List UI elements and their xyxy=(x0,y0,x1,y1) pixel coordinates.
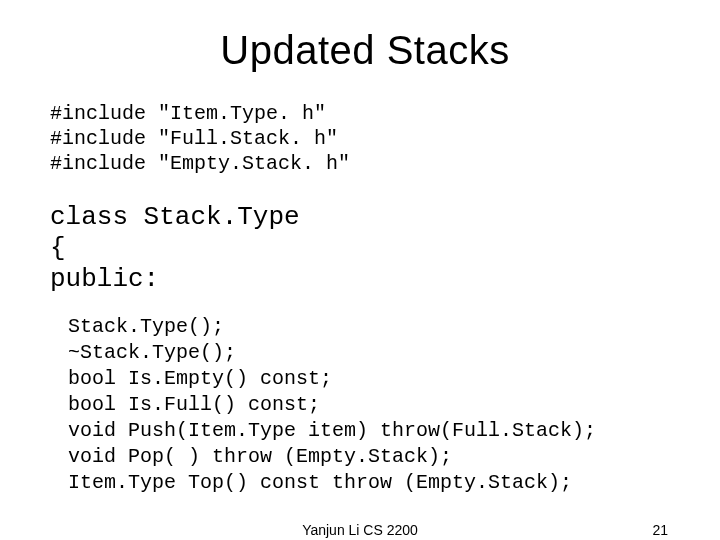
slide-title: Updated Stacks xyxy=(50,28,680,73)
class-declaration: class Stack.Type { public: xyxy=(50,202,680,296)
class-members: Stack.Type(); ~Stack.Type(); bool Is.Emp… xyxy=(68,314,680,496)
page-number: 21 xyxy=(652,522,668,538)
slide: Updated Stacks #include "Item.Type. h" #… xyxy=(0,0,720,540)
footer-author: Yanjun Li CS 2200 xyxy=(0,522,720,538)
includes-block: #include "Item.Type. h" #include "Full.S… xyxy=(50,101,680,176)
